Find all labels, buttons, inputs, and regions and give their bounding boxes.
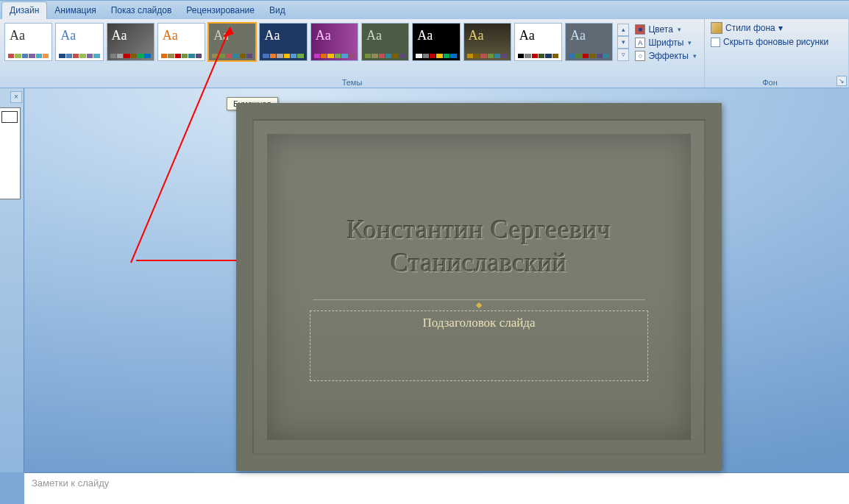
background-styles-icon (711, 22, 722, 34)
themes-gallery[interactable]: AaAaAaAaAaAaAaAaAaAaAaAa▴▾▿■Цвета▾AШрифт… (4, 22, 700, 62)
theme-thumb-1[interactable]: Aa (55, 23, 103, 61)
thumbnail-panel (0, 107, 21, 199)
background-dialog-launcher[interactable]: ↘ (836, 76, 847, 86)
slide-subtitle-placeholder: Подзаголовок слайда (254, 316, 704, 330)
workspace: × Бумажная Константин Сергеевич Станисла… (0, 88, 849, 472)
theme-thumb-aa: Aa (366, 28, 382, 43)
effects-button[interactable]: ○Эффекты▾ (632, 50, 700, 62)
themes-scroll-down[interactable]: ▾ (617, 36, 629, 49)
theme-thumb-7[interactable]: Aa (361, 23, 409, 61)
theme-thumb-colors (518, 54, 558, 58)
theme-thumb-aa: Aa (163, 28, 178, 43)
theme-thumb-aa: Aa (264, 28, 280, 43)
chevron-down-icon: ▾ (688, 39, 692, 46)
theme-thumb-8[interactable]: Aa (412, 23, 460, 61)
slide-thumbnail-1[interactable] (1, 111, 18, 123)
themes-scroll-up[interactable]: ▴ (617, 24, 629, 36)
chevron-down-icon: ▾ (778, 23, 783, 33)
theme-thumb-11[interactable]: Aa (565, 23, 613, 61)
tab-view[interactable]: Вид (262, 2, 293, 19)
chevron-down-icon: ▾ (693, 52, 697, 60)
fonts-button[interactable]: AШрифты▾ (632, 37, 700, 49)
tab-slideshow[interactable]: Показ слайдов (104, 2, 180, 19)
chevron-down-icon: ▾ (678, 26, 681, 33)
theme-thumb-10[interactable]: Aa (514, 23, 562, 61)
hide-bg-graphics-label: Скрыть фоновые рисунки (723, 37, 828, 47)
theme-thumb-aa: Aa (469, 28, 484, 43)
ribbon: AaAaAaAaAaAaAaAaAaAaAaAa▴▾▿■Цвета▾AШрифт… (0, 19, 849, 88)
themes-group-label: Темы (0, 78, 704, 87)
slide-editor[interactable]: Бумажная Константин Сергеевич Станиславс… (24, 88, 849, 472)
themes-group: AaAaAaAaAaAaAaAaAaAaAaAa▴▾▿■Цвета▾AШрифт… (0, 19, 705, 88)
theme-thumb-0[interactable]: Aa (4, 23, 52, 61)
theme-thumb-colors (161, 54, 202, 58)
checkbox-icon (711, 38, 720, 47)
theme-thumb-aa: Aa (10, 28, 25, 43)
background-group-label: Фон (705, 78, 835, 87)
theme-thumb-colors (110, 54, 151, 58)
themes-more-button[interactable]: ▿ (617, 49, 629, 61)
theme-thumb-aa: Aa (112, 28, 127, 43)
theme-thumb-aa: Aa (570, 28, 586, 43)
theme-thumb-colors (314, 54, 355, 58)
colors-button-label: Цвета (648, 24, 672, 35)
colors-button-icon: ■ (635, 24, 645, 35)
theme-thumb-aa: Aa (213, 28, 229, 43)
background-styles-button[interactable]: Стили фона ▾ (711, 22, 842, 34)
separator-ornament (476, 302, 482, 308)
hide-bg-graphics-checkbox[interactable]: Скрыть фоновые рисунки (711, 37, 842, 47)
current-slide[interactable]: Константин Сергеевич Станиславский Подза… (236, 103, 722, 471)
theme-thumb-colors (59, 54, 99, 58)
fonts-button-label: Шрифты (648, 38, 683, 48)
fonts-button-icon: A (635, 38, 645, 48)
theme-thumb-colors (569, 54, 609, 58)
theme-thumb-colors (467, 54, 508, 58)
theme-thumb-colors (8, 54, 49, 58)
background-styles-label: Стили фона (725, 23, 775, 33)
slide-content: Константин Сергеевич Станиславский Подза… (252, 119, 706, 455)
background-group: Стили фона ▾ Скрыть фоновые рисунки Фон … (705, 19, 849, 88)
title-separator (313, 299, 645, 300)
tab-review[interactable]: Рецензирование (179, 2, 262, 19)
slide-thumbnails-pane: × (0, 88, 24, 472)
theme-thumb-aa: Aa (417, 28, 433, 43)
theme-thumb-colors (263, 54, 303, 58)
notes-placeholder: Заметки к слайду (32, 478, 109, 489)
slide-title[interactable]: Константин Сергеевич Станиславский (254, 213, 704, 280)
theme-thumb-2[interactable]: Aa (107, 23, 154, 61)
close-pane-button[interactable]: × (10, 91, 22, 103)
theme-thumb-aa: Aa (60, 28, 76, 43)
theme-thumb-4[interactable]: Aa (208, 23, 256, 61)
theme-thumb-colors (365, 54, 405, 58)
theme-thumb-5[interactable]: Aa (259, 23, 307, 61)
slide-title-line1: Константин Сергеевич (347, 215, 611, 244)
theme-thumb-6[interactable]: Aa (310, 23, 358, 61)
theme-thumb-aa: Aa (316, 28, 331, 43)
slide-title-line2: Станиславский (391, 248, 566, 277)
notes-pane[interactable]: Заметки к слайду (24, 472, 849, 504)
theme-thumb-9[interactable]: Aa (463, 23, 511, 61)
effects-button-icon: ○ (635, 51, 645, 61)
tab-design[interactable]: Дизайн (1, 1, 47, 19)
theme-thumb-3[interactable]: Aa (157, 23, 205, 61)
theme-thumb-colors (212, 54, 252, 58)
colors-button[interactable]: ■Цвета▾ (632, 24, 700, 35)
ribbon-tabs: Дизайн Анимация Показ слайдов Рецензиров… (0, 0, 849, 19)
tab-animation[interactable]: Анимация (47, 2, 103, 19)
theme-thumb-aa: Aa (519, 28, 535, 43)
effects-button-label: Эффекты (648, 51, 689, 61)
theme-thumb-colors (416, 54, 456, 58)
